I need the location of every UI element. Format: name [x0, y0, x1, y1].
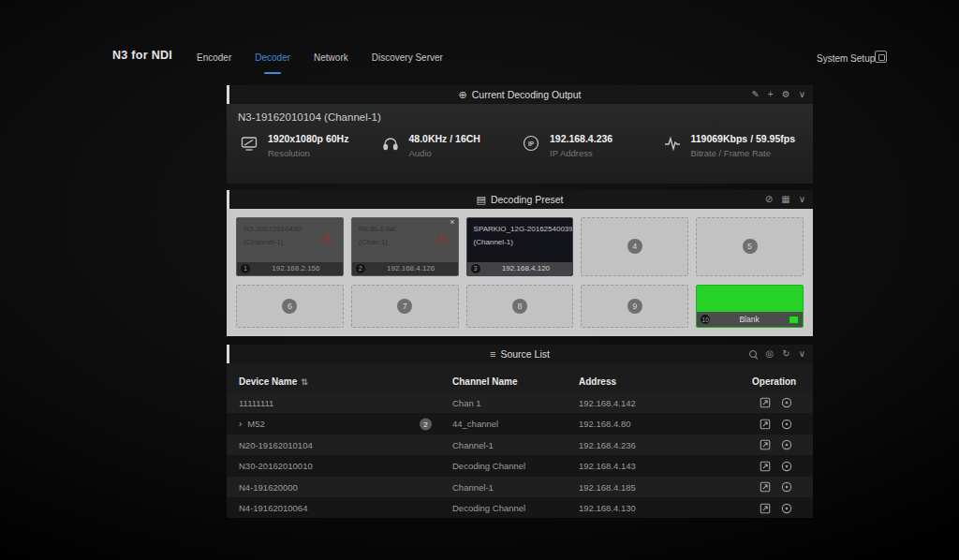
apply-icon[interactable]: [781, 397, 792, 408]
stat-label: Audio: [409, 148, 480, 158]
preset-slot[interactable]: 8: [466, 285, 574, 328]
apply-icon[interactable]: [781, 481, 792, 493]
add-to-preset-icon[interactable]: [760, 503, 771, 514]
collapse-icon[interactable]: ∨: [799, 349, 805, 359]
table-row[interactable]: ›N4-191620000 Channel-1 192.168.4.185: [227, 477, 813, 497]
grid-icon[interactable]: ▦: [781, 195, 789, 204]
collapse-icon[interactable]: ∨: [799, 195, 805, 204]
expand-chevron-icon[interactable]: ›: [239, 419, 242, 429]
device-name: M52: [247, 419, 264, 429]
apply-icon[interactable]: [781, 461, 792, 472]
panel-header: ⊕ Current Decoding Output ✎+⚙∨: [227, 85, 813, 104]
preset-slot-bar: 10 Blank: [697, 312, 803, 327]
preset-slot-badge: 1: [241, 264, 250, 273]
device-name: N30-20162010010: [239, 461, 313, 471]
panel-body: Device Name⇅ Channel Name Address Operat…: [227, 363, 813, 518]
channel-name: Decoding Channel: [440, 497, 567, 518]
device-name: 11111111: [239, 398, 273, 408]
add-to-preset-icon[interactable]: [760, 481, 771, 493]
app-window: N3 for NDI EncoderDecoderNetworkDiscover…: [0, 0, 959, 560]
blank-monitor-icon: [789, 316, 799, 324]
preset-slot-badge: 2: [356, 264, 365, 273]
column-operation: Operation: [740, 371, 813, 392]
apply-icon[interactable]: [781, 503, 792, 514]
tab-discovery-server[interactable]: Discovery Server: [372, 52, 443, 76]
address: 192.168.4.236: [567, 435, 740, 455]
preset-slot-number: 8: [512, 299, 527, 314]
add-to-preset-icon[interactable]: [760, 439, 771, 450]
address: 192.168.4.130: [567, 497, 740, 518]
panel-title-text: Current Decoding Output: [472, 89, 582, 100]
panel-body: N3-19162010104 (Channel-1) 1920x1080p 60…: [227, 104, 813, 184]
add-to-preset-icon[interactable]: [760, 419, 771, 430]
preset-slot[interactable]: SPARKIO_12G-20162540039(Channel-1) 3 192…: [466, 217, 574, 276]
preset-slot-label: Blank: [713, 315, 786, 324]
channel-name: Channel-1: [440, 435, 567, 455]
table-row[interactable]: ›N4-19162010064 Decoding Channel 192.168…: [227, 497, 813, 518]
table-row[interactable]: ›N20-19162010104 Channel-1 192.168.4.236: [227, 435, 813, 455]
preset-slot[interactable]: × RE3b-1-NK(Chan 1) ⚠ 2 192.168.4.126: [351, 217, 459, 276]
panel-header-actions: ◎↻∨: [749, 345, 805, 363]
preset-slot-badge: 10: [701, 315, 710, 324]
edit-icon[interactable]: ✎: [751, 90, 759, 99]
user-icon[interactable]: [875, 51, 887, 63]
header-accent-bar: [227, 345, 229, 363]
header-accent-bar: [227, 85, 229, 104]
table-row[interactable]: ›N30-20162010010 Decoding Channel 192.16…: [227, 455, 813, 476]
headphones-icon: [381, 134, 400, 153]
pulse-icon: [663, 134, 682, 153]
disable-icon[interactable]: ⊘: [765, 195, 773, 204]
preset-icon: ▤: [476, 194, 485, 206]
monitor-icon: [240, 134, 258, 153]
tab-encoder[interactable]: Encoder: [197, 52, 231, 76]
stat-audio: 48.0KHz / 16CH Audio: [381, 133, 523, 158]
panel-header-actions: ✎+⚙∨: [751, 85, 805, 104]
preset-slot[interactable]: 9: [581, 285, 688, 328]
address: 192.168.4.185: [567, 477, 740, 497]
tab-decoder[interactable]: Decoder: [255, 52, 290, 76]
preset-slot-name: SPARKIO_12G-20162540039(Channel-1): [467, 218, 573, 248]
apply-icon[interactable]: [781, 419, 792, 430]
settings-icon[interactable]: ⚙: [782, 90, 790, 99]
preset-slot[interactable]: 6: [236, 285, 344, 328]
ip-icon: IP: [522, 134, 540, 153]
column-device-name[interactable]: Device Name⇅: [227, 371, 440, 392]
table-row[interactable]: ›M52 2 44_channel 192.168.4.80: [227, 413, 813, 434]
warning-icon: ⚠: [435, 231, 447, 245]
add-to-preset-icon[interactable]: [760, 397, 771, 408]
collapse-icon[interactable]: ∨: [799, 90, 805, 99]
preset-slot[interactable]: N3-20072010490(Channel-1) ⚠ 1 192.168.2.…: [236, 217, 344, 276]
channel-name: 44_channel: [440, 413, 567, 434]
search-icon[interactable]: [749, 350, 758, 359]
preset-slot-bar: 3 192.168.4.120: [467, 262, 573, 275]
preset-slot-number: 5: [743, 239, 758, 254]
preset-slot[interactable]: 4: [581, 217, 688, 276]
add-to-preset-icon[interactable]: [760, 461, 771, 472]
panel-title: ▤ Decoding Preset: [476, 194, 563, 206]
stat-bitrate: 119069Kbps / 59.95fps Bitrate / Frame Ra…: [663, 133, 804, 158]
device-name: N20-19162010104: [239, 440, 313, 450]
preset-slot-number: 9: [627, 299, 642, 314]
channel-name: Channel-1: [440, 477, 567, 497]
stat-resolution: 1920x1080p 60Hz Resolution: [240, 133, 381, 158]
close-icon[interactable]: ×: [450, 218, 454, 227]
apply-icon[interactable]: [781, 439, 792, 450]
locate-icon[interactable]: ◎: [766, 349, 775, 359]
system-setup-link[interactable]: System Setup: [817, 53, 875, 64]
tab-network[interactable]: Network: [314, 52, 348, 76]
table-row[interactable]: ›11111111 Chan 1 192.168.4.142: [227, 392, 813, 413]
preset-slot-address: 192.168.2.156: [253, 264, 339, 273]
panel-title-text: Source List: [500, 348, 550, 360]
channel-name: Decoding Channel: [440, 455, 567, 476]
add-icon[interactable]: +: [768, 90, 774, 99]
preset-slot[interactable]: 5: [696, 217, 804, 276]
channel-name: Chan 1: [440, 392, 567, 413]
refresh-icon[interactable]: ↻: [782, 349, 789, 359]
preset-slot[interactable]: 10 Blank: [696, 285, 804, 328]
header-accent-bar: [227, 190, 229, 209]
sort-icon[interactable]: ⇅: [301, 377, 308, 387]
stat-value: 48.0KHz / 16CH: [409, 133, 480, 144]
preset-slot[interactable]: 7: [351, 285, 459, 328]
column-channel-name: Channel Name: [440, 371, 567, 392]
source-list-panel: ≡ Source List ◎↻∨ Device Name⇅ Channel N…: [227, 345, 813, 518]
